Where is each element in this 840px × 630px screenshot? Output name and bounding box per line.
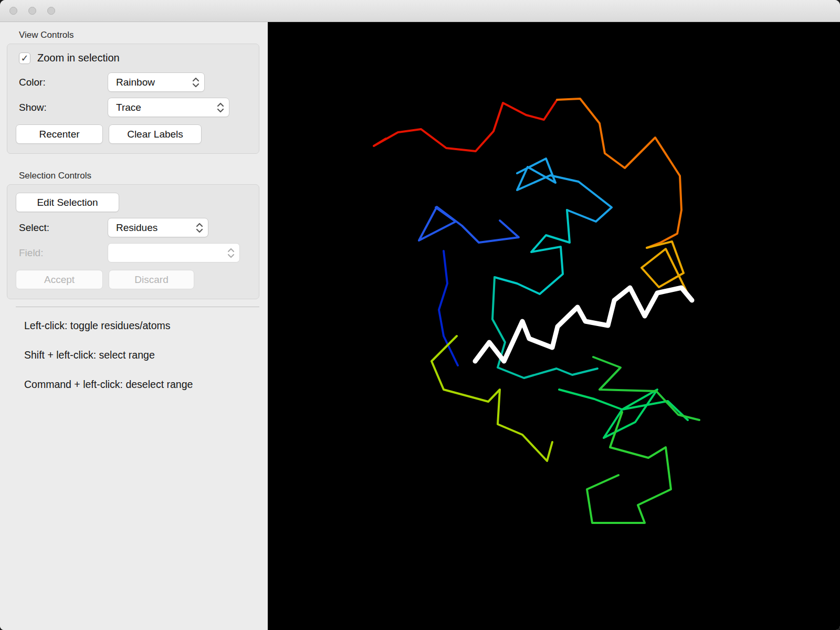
selection-controls-title: Selection Controls <box>19 171 268 181</box>
color-popup-value: Rainbow <box>116 77 155 88</box>
trace-segment-red[interactable] <box>374 100 557 151</box>
view-controls-title: View Controls <box>19 30 268 40</box>
select-popup[interactable]: Residues <box>108 218 208 237</box>
zoom-in-selection-row: ✓ Zoom in selection <box>19 52 250 64</box>
help-text: Left-click: toggle residues/atoms Shift … <box>0 307 268 391</box>
edit-selection-button[interactable]: Edit Selection <box>16 193 119 212</box>
show-popup-value: Trace <box>116 102 141 113</box>
field-row: Field: <box>19 243 250 262</box>
help-line-shift-click: Shift + left-click: select range <box>24 332 268 361</box>
trace-segment-teal[interactable] <box>492 277 597 378</box>
chevron-up-down-icon <box>191 76 201 89</box>
field-label: Field: <box>19 247 108 259</box>
trace-segment-green-lower[interactable] <box>587 412 671 523</box>
clear-labels-button[interactable]: Clear Labels <box>109 124 202 144</box>
molecule-canvas[interactable] <box>268 22 840 630</box>
select-row: Select: Residues <box>19 218 250 237</box>
trace-segment-sky-blue[interactable] <box>517 159 612 222</box>
accept-discard-row: Accept Discard <box>16 270 250 289</box>
select-label: Select: <box>19 222 108 234</box>
trace-segment-orange[interactable] <box>557 99 681 248</box>
zoom-in-selection-checkbox[interactable]: ✓ <box>19 52 30 64</box>
close-button[interactable] <box>9 7 17 15</box>
trace-segment-yellow-green[interactable] <box>432 336 552 461</box>
sidebar: View Controls ✓ Zoom in selection Color:… <box>0 23 268 630</box>
app-window: View Controls ✓ Zoom in selection Color:… <box>0 0 840 630</box>
trace-segment-cyan[interactable] <box>495 210 570 294</box>
edit-selection-row: Edit Selection <box>16 193 250 212</box>
trace-segment-white-selection[interactable] <box>475 288 692 361</box>
discard-button[interactable]: Discard <box>109 270 194 289</box>
zoom-in-selection-label: Zoom in selection <box>37 52 120 64</box>
zoom-window-button[interactable] <box>47 7 55 15</box>
select-popup-value: Residues <box>116 222 158 234</box>
help-line-left-click: Left-click: toggle residues/atoms <box>24 307 268 332</box>
show-label: Show: <box>19 102 108 113</box>
window-controls <box>9 7 55 15</box>
chevron-up-down-icon <box>195 222 204 234</box>
molecule-viewport[interactable] <box>268 22 840 630</box>
accept-button[interactable]: Accept <box>16 270 103 289</box>
trace-segment-dark-blue[interactable] <box>439 251 458 365</box>
show-popup[interactable]: Trace <box>108 98 229 117</box>
checkmark-icon: ✓ <box>20 54 28 63</box>
color-popup[interactable]: Rainbow <box>108 72 205 92</box>
recenter-button[interactable]: Recenter <box>16 124 103 144</box>
trace-segment-green-upper[interactable] <box>593 357 699 420</box>
trace-segment-blue[interactable] <box>419 207 519 243</box>
color-row: Color: Rainbow <box>19 72 250 92</box>
trace-segment-spring-green[interactable] <box>559 390 688 438</box>
view-buttons-row: Recenter Clear Labels <box>16 124 250 144</box>
selection-controls-group: Edit Selection Select: Residues Field: <box>7 184 259 299</box>
view-controls-group: ✓ Zoom in selection Color: Rainbow Show:… <box>7 44 259 154</box>
chevron-up-down-icon <box>226 247 236 259</box>
show-row: Show: Trace <box>19 98 250 117</box>
field-popup[interactable] <box>108 243 240 262</box>
minimize-button[interactable] <box>28 7 36 15</box>
help-line-command-click: Command + left-click: deselect range <box>24 361 268 391</box>
color-label: Color: <box>19 77 108 88</box>
chevron-up-down-icon <box>216 101 225 114</box>
titlebar <box>0 0 840 22</box>
